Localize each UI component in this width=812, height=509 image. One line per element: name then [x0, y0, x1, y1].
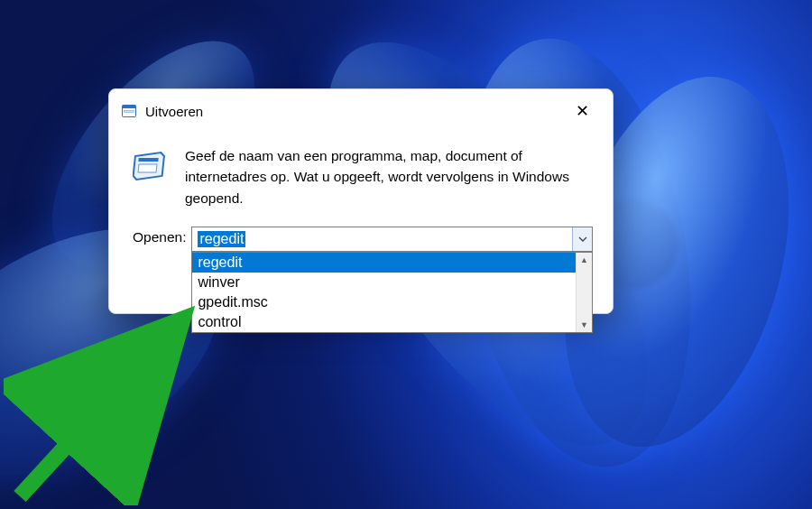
dropdown-item[interactable]: winver	[192, 273, 576, 292]
combobox-dropdown-button[interactable]	[572, 227, 592, 251]
svg-rect-1	[123, 106, 136, 109]
open-input[interactable]: regedit	[192, 227, 572, 251]
run-dialog-icon	[122, 105, 136, 117]
svg-rect-4	[138, 164, 157, 172]
open-combobox[interactable]: regedit	[191, 227, 593, 252]
dropdown-scrollbar[interactable]: ▲ ▼	[576, 253, 592, 332]
svg-rect-3	[138, 158, 158, 162]
dropdown-item[interactable]: regedit	[192, 253, 576, 273]
dialog-description: Geef de naam van een programma, map, doc…	[185, 145, 593, 208]
close-button[interactable]: ✕	[564, 98, 600, 124]
combobox-dropdown: regeditwinvergpedit.msccontrol ▲ ▼	[191, 252, 593, 333]
open-label: Openen:	[133, 227, 186, 245]
scroll-down-icon: ▼	[580, 318, 588, 332]
run-dialog: Uitvoeren ✕ Geef de naam van een program…	[108, 88, 614, 314]
scroll-up-icon: ▲	[580, 253, 588, 267]
chevron-down-icon	[578, 236, 587, 242]
run-dialog-icon	[133, 147, 169, 183]
dropdown-item[interactable]: gpedit.msc	[192, 292, 576, 312]
svg-rect-2	[125, 111, 134, 113]
dialog-title: Uitvoeren	[145, 104, 564, 119]
input-value: regedit	[198, 231, 245, 247]
titlebar[interactable]: Uitvoeren ✕	[109, 89, 613, 129]
close-icon: ✕	[576, 101, 589, 121]
dropdown-item[interactable]: control	[192, 312, 576, 332]
